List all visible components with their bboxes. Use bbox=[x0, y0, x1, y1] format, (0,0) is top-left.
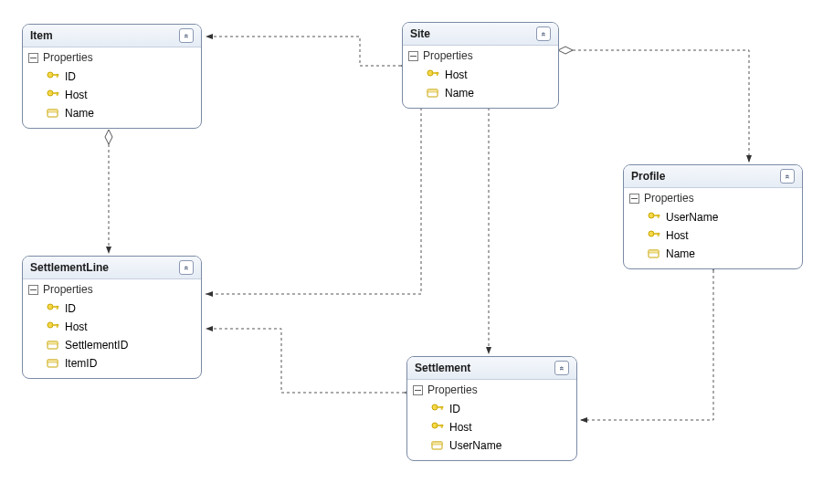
property-row[interactable]: Host bbox=[624, 226, 802, 245]
property-name: Host bbox=[445, 68, 468, 81]
key-icon bbox=[45, 70, 61, 83]
key-icon bbox=[429, 403, 446, 415]
property-name: Host bbox=[666, 229, 689, 242]
entity-header[interactable]: Profile bbox=[624, 165, 802, 188]
entity-title: SettlementLine bbox=[30, 261, 109, 274]
key-icon bbox=[646, 229, 662, 242]
rel-site-settlementline bbox=[206, 108, 421, 294]
entity-header[interactable]: Item bbox=[23, 25, 201, 47]
diamond-item-settlementline bbox=[105, 130, 112, 144]
entity-title: Profile bbox=[631, 170, 665, 183]
entity-header[interactable]: Settlement bbox=[407, 357, 576, 380]
field-icon bbox=[45, 357, 61, 370]
svg-rect-5 bbox=[57, 92, 58, 96]
key-icon bbox=[45, 302, 61, 315]
svg-rect-18 bbox=[658, 233, 659, 236]
svg-rect-7 bbox=[47, 110, 58, 112]
property-name: SettlementID bbox=[65, 339, 128, 352]
property-name: Name bbox=[65, 107, 94, 120]
minus-icon[interactable] bbox=[408, 51, 418, 61]
key-icon bbox=[45, 89, 61, 101]
svg-rect-33 bbox=[441, 406, 442, 410]
svg-rect-15 bbox=[658, 215, 659, 218]
field-icon bbox=[429, 439, 446, 452]
properties-section[interactable]: Properties bbox=[407, 380, 576, 400]
entity-item[interactable]: Item Properties ID Host Name bbox=[22, 24, 202, 129]
collapse-icon[interactable] bbox=[179, 260, 194, 275]
entity-profile[interactable]: Profile Properties UserName Host Name bbox=[623, 164, 803, 269]
section-label-text: Properties bbox=[427, 383, 478, 396]
svg-rect-26 bbox=[57, 324, 58, 328]
property-row[interactable]: Name bbox=[624, 245, 802, 263]
rel-site-profile bbox=[573, 50, 749, 163]
svg-rect-2 bbox=[57, 74, 58, 78]
property-name: Host bbox=[65, 89, 88, 101]
entity-settlement[interactable]: Settlement Properties ID Host UserName bbox=[406, 356, 577, 461]
field-icon bbox=[425, 87, 441, 100]
property-name: Name bbox=[445, 87, 474, 100]
field-icon bbox=[45, 107, 61, 120]
rel-settlement-settlementline bbox=[206, 329, 405, 393]
property-name: ID bbox=[449, 403, 460, 415]
section-label-text: Properties bbox=[423, 49, 473, 62]
property-row[interactable]: ID bbox=[23, 299, 201, 318]
minus-icon[interactable] bbox=[413, 385, 423, 395]
property-row[interactable]: UserName bbox=[624, 208, 802, 226]
property-row[interactable]: Name bbox=[403, 84, 558, 102]
section-label-text: Properties bbox=[644, 192, 694, 205]
rel-site-item bbox=[206, 37, 401, 66]
svg-rect-38 bbox=[432, 442, 442, 445]
property-name: Host bbox=[65, 320, 88, 333]
svg-rect-20 bbox=[649, 250, 659, 253]
svg-rect-30 bbox=[47, 360, 58, 362]
key-icon bbox=[429, 421, 446, 434]
key-icon bbox=[646, 211, 662, 224]
collapse-icon[interactable] bbox=[179, 28, 194, 43]
section-label-text: Properties bbox=[43, 51, 93, 64]
properties-section[interactable]: Properties bbox=[403, 46, 558, 66]
property-list: ID Host Name bbox=[23, 68, 201, 128]
minus-icon[interactable] bbox=[629, 194, 639, 204]
entity-title: Site bbox=[410, 27, 430, 40]
property-row[interactable]: Host bbox=[23, 86, 201, 104]
property-row[interactable]: Host bbox=[23, 318, 201, 336]
svg-rect-12 bbox=[427, 89, 438, 92]
property-row[interactable]: ItemID bbox=[23, 354, 201, 373]
property-row[interactable]: SettlementID bbox=[23, 336, 201, 354]
property-name: UserName bbox=[666, 211, 718, 224]
entity-settlementline[interactable]: SettlementLine Properties ID Host Settle… bbox=[22, 256, 202, 379]
entity-site[interactable]: Site Properties Host Name bbox=[402, 22, 559, 109]
property-row[interactable]: ID bbox=[23, 68, 201, 86]
collapse-icon[interactable] bbox=[536, 26, 551, 41]
property-list: ID Host SettlementID ItemID bbox=[23, 299, 201, 378]
property-row[interactable]: Name bbox=[23, 104, 201, 122]
entity-header[interactable]: Site bbox=[403, 23, 558, 46]
svg-rect-28 bbox=[47, 341, 58, 344]
property-list: ID Host UserName bbox=[407, 400, 576, 460]
property-row[interactable]: Host bbox=[403, 66, 558, 84]
property-row[interactable]: ID bbox=[407, 400, 576, 418]
entity-header[interactable]: SettlementLine bbox=[23, 257, 201, 279]
property-list: Host Name bbox=[403, 66, 558, 108]
property-name: Host bbox=[449, 421, 472, 434]
diagram-canvas: Item Properties ID Host Name Site Proper… bbox=[0, 0, 823, 504]
minus-icon[interactable] bbox=[28, 285, 38, 295]
diamond-site-profile bbox=[558, 47, 573, 54]
collapse-icon[interactable] bbox=[780, 169, 795, 184]
properties-section[interactable]: Properties bbox=[23, 279, 201, 299]
collapse-icon[interactable] bbox=[554, 361, 569, 375]
svg-rect-23 bbox=[57, 306, 58, 310]
property-row[interactable]: Host bbox=[407, 418, 576, 436]
property-name: UserName bbox=[449, 439, 501, 452]
minus-icon[interactable] bbox=[28, 53, 38, 63]
properties-section[interactable]: Properties bbox=[624, 188, 802, 208]
key-icon bbox=[45, 320, 61, 333]
property-name: ID bbox=[65, 70, 76, 83]
svg-rect-10 bbox=[437, 72, 438, 76]
key-icon bbox=[425, 68, 441, 81]
property-name: ItemID bbox=[65, 357, 97, 370]
property-row[interactable]: UserName bbox=[407, 436, 576, 455]
entity-title: Settlement bbox=[415, 362, 470, 374]
properties-section[interactable]: Properties bbox=[23, 47, 201, 68]
svg-rect-36 bbox=[441, 425, 442, 428]
